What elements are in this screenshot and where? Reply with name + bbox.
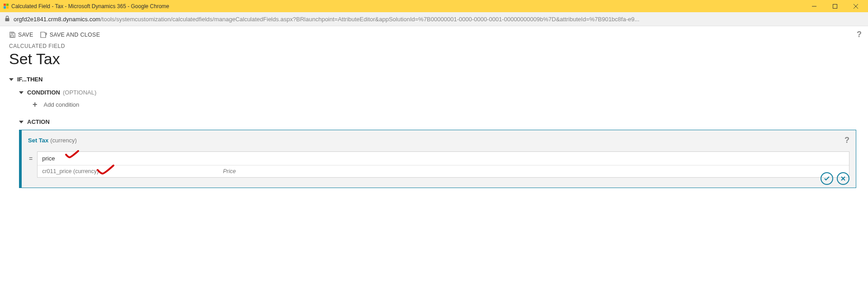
action-panel: Set Tax (currency) ? = cr011_price (curr… [19,130,856,188]
app-logo-icon [4,4,9,9]
condition-heading[interactable]: CONDITION (OPTIONAL) [19,89,859,96]
cancel-button[interactable] [837,172,849,185]
svg-rect-5 [11,35,14,37]
chevron-down-icon [9,78,14,81]
save-button[interactable]: SAVE [9,32,33,38]
close-icon [840,176,846,181]
action-title: Set Tax [28,137,48,144]
window-title: Calculated Field - Tax - Microsoft Dynam… [11,3,169,9]
save-close-icon [40,32,47,38]
lock-icon [5,15,10,23]
section-label: CALCULATED FIELD [9,43,859,49]
action-type: (currency) [50,137,77,144]
window-controls [804,0,866,12]
condition-optional: (OPTIONAL) [63,89,96,96]
help-icon[interactable]: ? [857,30,862,39]
check-icon [824,175,830,182]
save-and-close-button[interactable]: SAVE AND CLOSE [40,32,100,38]
page-title: Set Tax [9,50,859,68]
save-label: SAVE [18,32,33,38]
condition-label: CONDITION [27,89,60,96]
minimize-button[interactable] [804,0,825,12]
action-label: ACTION [27,118,50,125]
formula-editor: cr011_price (currency) Price [37,151,849,178]
plus-icon: + [33,100,38,108]
chevron-down-icon [19,91,24,94]
action-heading[interactable]: ACTION [19,118,859,125]
add-condition-button[interactable]: + Add condition [33,100,859,108]
url-host: orgfd2e1841.crm8.dynamics.com [14,16,100,23]
formula-input[interactable] [38,152,849,165]
suggestion-row[interactable]: cr011_price (currency) Price [38,165,849,177]
confirm-button[interactable] [821,172,833,185]
suggestion-schema: cr011_price (currency) [42,168,99,174]
ifthen-label: IF...THEN [17,76,42,83]
url-path: /tools/systemcustomization/calculatedfie… [100,16,639,23]
suggestion-display: Price [223,168,236,174]
window-titlebar: Calculated Field - Tax - Microsoft Dynam… [0,0,868,12]
svg-rect-4 [5,18,9,21]
close-button[interactable] [845,0,866,12]
chevron-down-icon [19,121,24,123]
equals-sign: = [29,155,33,162]
address-bar[interactable]: orgfd2e1841.crm8.dynamics.com /tools/sys… [0,12,868,26]
help-icon[interactable]: ? [844,136,849,145]
save-close-label: SAVE AND CLOSE [50,32,100,38]
maximize-button[interactable] [825,0,845,12]
svg-rect-6 [11,33,13,34]
save-icon [9,32,15,38]
command-bar: SAVE SAVE AND CLOSE ? [0,26,868,43]
add-condition-label: Add condition [44,101,80,108]
ifthen-heading[interactable]: IF...THEN [9,76,859,83]
svg-rect-1 [833,4,837,8]
